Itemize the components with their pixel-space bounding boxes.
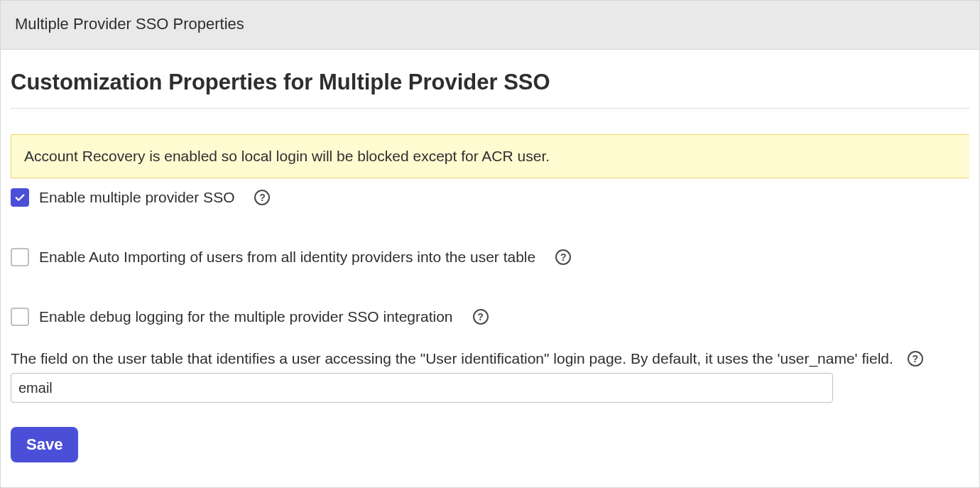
- identification-field-input[interactable]: [11, 373, 833, 403]
- help-icon[interactable]: ?: [254, 190, 270, 205]
- identification-field-label: The field on the user table that identif…: [11, 350, 893, 367]
- help-icon[interactable]: ?: [908, 351, 923, 367]
- help-icon[interactable]: ?: [473, 309, 489, 325]
- alert-text: Account Recovery is enabled so local log…: [24, 148, 550, 164]
- identification-field-label-row: The field on the user table that identif…: [11, 350, 969, 367]
- account-recovery-alert: Account Recovery is enabled so local log…: [11, 134, 969, 178]
- panel-header: Multiple Provider SSO Properties: [1, 1, 979, 50]
- enable-debug-checkbox[interactable]: [11, 308, 29, 326]
- enable-sso-row: Enable multiple provider SSO ?: [11, 188, 969, 207]
- panel-title: Multiple Provider SSO Properties: [15, 15, 244, 33]
- save-button[interactable]: Save: [11, 427, 78, 462]
- enable-auto-import-row: Enable Auto Importing of users from all …: [11, 248, 969, 266]
- enable-sso-label: Enable multiple provider SSO: [39, 189, 234, 206]
- enable-auto-import-label: Enable Auto Importing of users from all …: [39, 249, 535, 266]
- enable-sso-checkbox[interactable]: [11, 188, 29, 207]
- help-icon[interactable]: ?: [555, 249, 571, 265]
- identification-field-block: The field on the user table that identif…: [11, 350, 969, 403]
- divider: [11, 108, 969, 109]
- enable-debug-row: Enable debug logging for the multiple pr…: [11, 308, 969, 326]
- properties-panel: Multiple Provider SSO Properties Customi…: [0, 0, 980, 488]
- enable-debug-label: Enable debug logging for the multiple pr…: [39, 308, 453, 325]
- panel-content: Customization Properties for Multiple Pr…: [1, 50, 979, 475]
- enable-auto-import-checkbox[interactable]: [11, 248, 29, 266]
- check-icon: [13, 191, 26, 204]
- page-title: Customization Properties for Multiple Pr…: [11, 70, 969, 95]
